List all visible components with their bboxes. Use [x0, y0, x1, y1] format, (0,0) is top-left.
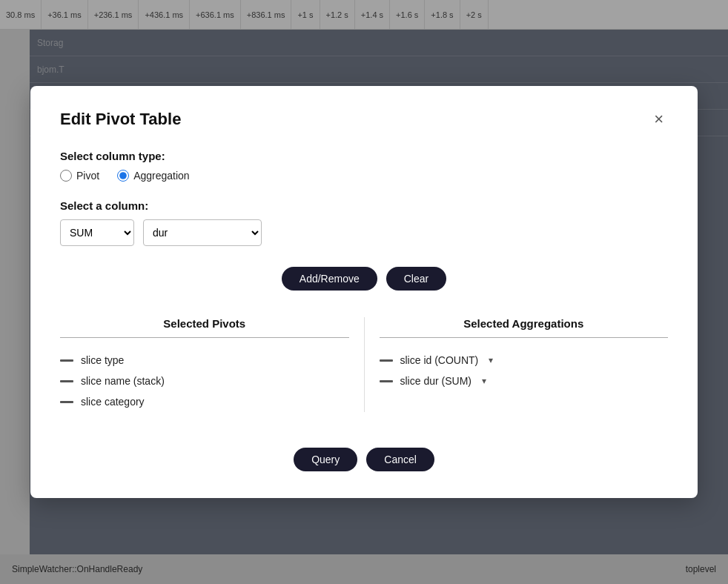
pivot-radio[interactable]	[60, 170, 72, 182]
chevron-down-icon-agg-1[interactable]: ▾	[482, 376, 486, 386]
agg-item-label-1: slice dur (SUM)	[400, 375, 471, 387]
agg-item-label-0: slice id (COUNT)	[400, 354, 479, 366]
pivot-radio-label[interactable]: Pivot	[60, 170, 99, 182]
edit-pivot-table-modal: Edit Pivot Table × Select column type: P…	[30, 86, 698, 498]
agg-item-0[interactable]: slice id (COUNT) ▾	[380, 350, 669, 371]
column-type-label: Select column type:	[60, 150, 668, 162]
selected-aggregations-title: Selected Aggregations	[380, 317, 669, 338]
clear-button[interactable]: Clear	[386, 267, 446, 291]
pivot-item-1: slice name (stack)	[60, 371, 349, 391]
aggregation-radio[interactable]	[117, 170, 129, 182]
cancel-button[interactable]: Cancel	[366, 448, 434, 471]
action-row: Add/Remove Clear	[60, 267, 668, 291]
column-select-label: Select a column:	[60, 199, 668, 212]
query-button[interactable]: Query	[294, 448, 357, 471]
dash-icon-0	[60, 359, 73, 362]
close-button[interactable]: ×	[649, 110, 668, 129]
pivot-item-0: slice type	[60, 350, 349, 371]
aggregation-radio-label[interactable]: Aggregation	[117, 170, 190, 182]
dash-icon-2	[60, 401, 73, 403]
add-remove-button[interactable]: Add/Remove	[282, 267, 377, 291]
modal-header: Edit Pivot Table ×	[60, 110, 668, 129]
footer-row: Query Cancel	[60, 448, 668, 471]
agg-item-1[interactable]: slice dur (SUM) ▾	[380, 371, 669, 391]
pivot-item-2: slice category	[60, 391, 349, 412]
column-dropdown[interactable]: dur slice id slice type slice name slice…	[143, 219, 262, 246]
pivot-item-label-2: slice category	[81, 396, 145, 408]
column-select-row: SUM COUNT MIN MAX AVG dur slice id slice…	[60, 219, 668, 246]
modal-title: Edit Pivot Table	[60, 110, 181, 129]
aggregation-radio-text: Aggregation	[133, 170, 190, 182]
selected-pivots-title: Selected Pivots	[60, 317, 349, 338]
tables-section: Selected Pivots slice type slice name (s…	[60, 317, 668, 412]
dash-icon-1	[60, 380, 73, 382]
selected-aggregations-column: Selected Aggregations slice id (COUNT) ▾…	[364, 317, 669, 412]
dash-icon-agg-1	[380, 380, 393, 382]
pivot-radio-text: Pivot	[76, 170, 99, 182]
dash-icon-agg-0	[380, 359, 393, 362]
pivot-item-label-0: slice type	[81, 354, 124, 366]
pivot-item-label-1: slice name (stack)	[81, 375, 165, 387]
selected-pivots-column: Selected Pivots slice type slice name (s…	[60, 317, 364, 412]
chevron-down-icon-agg-0[interactable]: ▾	[489, 355, 493, 365]
sum-dropdown[interactable]: SUM COUNT MIN MAX AVG	[60, 219, 134, 246]
column-type-radio-group: Pivot Aggregation	[60, 170, 668, 182]
modal-backdrop: Edit Pivot Table × Select column type: P…	[0, 0, 728, 584]
